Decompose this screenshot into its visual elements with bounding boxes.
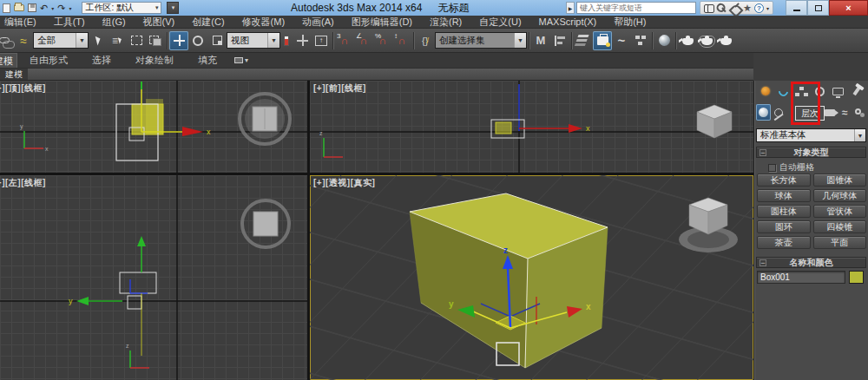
primitive-category-dropdown[interactable]: 标准基本体 ▼ (756, 128, 866, 142)
undo-dropdown-icon[interactable]: ▾ (51, 5, 54, 11)
reference-coordinate-dropdown[interactable]: 视图▼ (227, 32, 280, 49)
subtab-systems[interactable] (852, 104, 867, 121)
rendered-frame-window-icon[interactable] (697, 31, 716, 50)
button-plane[interactable]: 平面 (813, 236, 867, 249)
named-selection-sets-dropdown[interactable]: 创建选择集▼ (435, 32, 527, 49)
tab-utilities[interactable] (847, 82, 865, 100)
window-crossing-icon[interactable] (146, 31, 165, 50)
rollout-collapse-button[interactable] (760, 259, 766, 266)
select-by-name-icon[interactable]: ≡ (108, 31, 127, 50)
restore-button[interactable] (807, 0, 829, 16)
render-setup-icon[interactable] (678, 31, 697, 50)
menu-tools[interactable]: 工具(T) (45, 16, 94, 29)
object-type-rollout-header[interactable]: 对象类型 (756, 147, 866, 158)
select-and-rotate-icon[interactable] (188, 31, 207, 50)
select-and-link-icon[interactable] (0, 31, 14, 50)
viewport-front[interactable]: [+][前][线框] x z (310, 81, 753, 173)
viewport-top[interactable]: [+][顶][线框] x y x (0, 81, 307, 173)
ribbon-tab-populate[interactable]: 填充 (186, 53, 229, 68)
viewport-top-label[interactable]: [+][顶][线框] (0, 82, 46, 95)
spinner-snap-icon[interactable]: ↕∩ (392, 31, 411, 50)
workspace-menu-button[interactable]: ▾ (167, 2, 179, 14)
button-sphere[interactable]: 球体 (757, 189, 811, 202)
save-file-icon[interactable] (28, 3, 36, 12)
curve-editor-icon[interactable]: ~ (612, 31, 631, 50)
viewport-left-label[interactable]: [+][左][线框] (0, 177, 46, 189)
schematic-view-icon[interactable] (631, 31, 650, 50)
select-and-manipulate-icon[interactable] (293, 31, 312, 50)
minimize-button[interactable] (786, 0, 807, 16)
button-pyramid[interactable]: 四棱锥 (813, 220, 867, 233)
render-production-icon[interactable] (716, 31, 735, 50)
menu-help[interactable]: 帮助(H) (605, 16, 654, 29)
use-pivot-center-icon[interactable] (280, 31, 293, 50)
material-editor-icon[interactable] (654, 31, 674, 50)
select-object-icon[interactable] (89, 31, 108, 50)
menu-modifiers[interactable]: 修改器(M) (233, 16, 294, 29)
undo-icon[interactable]: ↶ (40, 1, 48, 15)
redo-icon[interactable]: ↷ (57, 1, 65, 15)
tab-display[interactable] (829, 82, 847, 100)
search-input[interactable] (576, 2, 696, 14)
help-icon[interactable]: ? (754, 3, 764, 13)
angle-snap-icon[interactable]: ∠∩ (354, 31, 373, 50)
menu-views[interactable]: 视图(V) (135, 16, 184, 29)
snap-toggle-3d-icon[interactable]: 3∩ (335, 31, 354, 50)
subtab-geometry[interactable] (756, 104, 771, 121)
layer-manager-icon[interactable] (574, 31, 593, 50)
search-icon[interactable] (704, 4, 714, 11)
button-box[interactable]: 长方体 (757, 174, 811, 187)
viewport-perspective-label[interactable]: [+][透视][真实] (313, 177, 375, 189)
button-torus[interactable]: 圆环 (757, 220, 811, 233)
select-and-scale-icon[interactable] (207, 31, 227, 50)
button-teapot[interactable]: 茶壶 (757, 236, 811, 249)
rollout-collapse-button[interactable] (760, 149, 766, 156)
ribbon-panel-modeling-label[interactable]: 建模 (0, 69, 28, 80)
ribbon-tab-freeform[interactable]: 自由形式 (17, 53, 80, 68)
sign-in-key-icon[interactable] (715, 1, 730, 16)
viewport-left[interactable]: [+][左][线框] y z (0, 175, 307, 380)
align-icon[interactable] (550, 31, 569, 50)
menu-edit[interactable]: 编辑(E) (0, 16, 45, 29)
ribbon-tab-object-paint[interactable]: 对象绘制 (123, 53, 186, 68)
bind-to-space-warp-icon[interactable]: ≈ (14, 31, 33, 50)
menu-graph-editors[interactable]: 图形编辑器(D) (343, 16, 421, 29)
keyboard-shortcut-override-icon[interactable]: ↑ (312, 31, 331, 50)
workspace-selector[interactable]: 工作区: 默认 ▾ (82, 2, 161, 14)
ribbon-tab-selection[interactable]: 选择 (80, 53, 123, 68)
ribbon-minimize-button[interactable]: ▾ (229, 53, 253, 68)
subtab-shapes[interactable] (771, 104, 786, 121)
button-tube[interactable]: 管状体 (813, 205, 867, 218)
redo-dropdown-icon[interactable]: ▾ (69, 5, 71, 11)
select-and-move-icon[interactable] (169, 31, 188, 50)
help-dropdown-icon[interactable]: ▾ (766, 5, 769, 11)
ribbon-tab-modeling[interactable]: 建模 (0, 53, 17, 68)
menu-rendering[interactable]: 渲染(R) (421, 16, 470, 29)
close-button[interactable]: × (829, 0, 868, 16)
menu-group[interactable]: 组(G) (94, 16, 135, 29)
tab-create[interactable] (756, 82, 774, 100)
menu-maxscript[interactable]: MAXScript(X) (530, 16, 606, 27)
autogrid-checkbox[interactable] (768, 164, 776, 172)
object-color-swatch[interactable] (849, 271, 864, 284)
menu-customize[interactable]: 自定义(U) (470, 16, 529, 29)
favorites-star-icon[interactable]: ★ (743, 3, 752, 13)
percent-snap-icon[interactable]: %∩ (373, 31, 392, 50)
communication-center-icon[interactable] (730, 3, 740, 13)
button-cone[interactable]: 圆锥体 (813, 174, 867, 187)
edit-named-selection-sets-icon[interactable]: {}/ (416, 31, 435, 50)
selection-filter-dropdown[interactable]: 全部▼ (33, 32, 89, 49)
viewport-perspective[interactable]: [+][透视][真实] z x y (310, 175, 753, 380)
object-name-input[interactable] (757, 271, 845, 284)
menu-animation[interactable]: 动画(A) (293, 16, 343, 29)
name-color-rollout-header[interactable]: 名称和颜色 (756, 257, 866, 268)
button-cylinder[interactable]: 圆柱体 (757, 205, 811, 218)
tab-modify[interactable] (774, 82, 792, 100)
rectangular-selection-region-icon[interactable] (127, 31, 146, 50)
infocenter-expand-icon[interactable]: ▶ (566, 2, 575, 14)
subtab-space-warps[interactable]: ≈ (838, 104, 852, 121)
graphite-ribbon-toggle-icon[interactable] (593, 31, 612, 50)
open-file-icon[interactable] (14, 4, 24, 11)
button-geosphere[interactable]: 几何球体 (813, 189, 867, 202)
menu-create[interactable]: 创建(C) (183, 16, 233, 29)
